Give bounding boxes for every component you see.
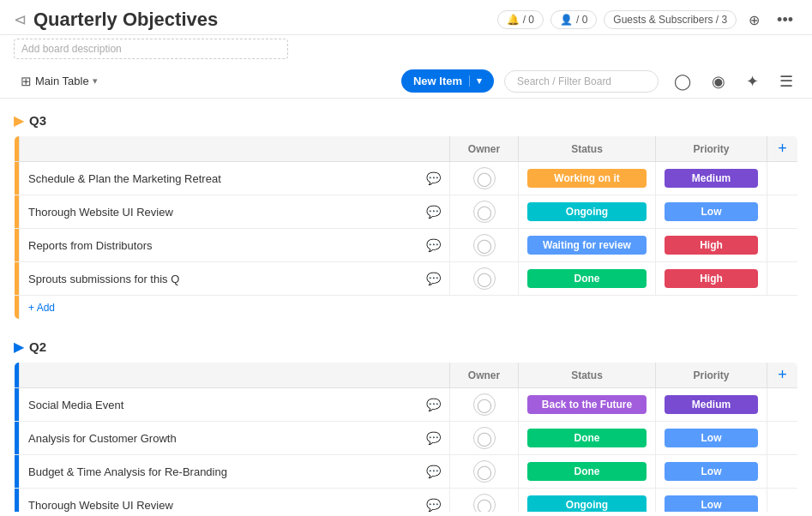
table-row: Social Media Event 💬 ◯Back to the Future… bbox=[15, 388, 798, 422]
col-header-priority: Priority bbox=[656, 363, 767, 388]
comment-icon[interactable]: 💬 bbox=[426, 465, 441, 478]
owner-cell: ◯ bbox=[450, 489, 519, 513]
comment-icon[interactable]: 💬 bbox=[426, 498, 441, 512]
priority-cell[interactable]: Medium bbox=[656, 388, 767, 422]
table-row: Reports from Distributors 💬 ◯Waiting for… bbox=[15, 229, 798, 262]
group-header-q2: ▶ Q2 bbox=[14, 335, 798, 358]
col-header-add[interactable]: + bbox=[767, 136, 798, 162]
priority-cell[interactable]: Low bbox=[656, 455, 767, 489]
priority-cell[interactable]: High bbox=[656, 262, 767, 296]
person-filter-button[interactable]: ◯ bbox=[669, 70, 696, 93]
comment-icon[interactable]: 💬 bbox=[426, 238, 441, 252]
status-cell[interactable]: Done bbox=[519, 422, 656, 455]
add-column-button[interactable]: + bbox=[778, 366, 787, 384]
priority-badge[interactable]: High bbox=[665, 269, 758, 288]
priority-cell[interactable]: Low bbox=[656, 195, 767, 229]
comment-icon[interactable]: 💬 bbox=[426, 171, 441, 185]
board-icon: ⊲ bbox=[14, 10, 27, 29]
row-extra bbox=[767, 489, 798, 513]
more-button[interactable]: ••• bbox=[772, 9, 798, 31]
share-button[interactable]: ⊕ bbox=[743, 10, 765, 30]
table-q2: OwnerStatusPriority+ Social Media Event … bbox=[14, 362, 798, 512]
add-row-button[interactable]: + Add bbox=[28, 302, 55, 314]
board-description-input[interactable] bbox=[14, 39, 288, 59]
priority-badge[interactable]: Low bbox=[665, 202, 758, 221]
task-cell: Social Media Event 💬 bbox=[20, 388, 450, 422]
row-extra bbox=[767, 388, 798, 422]
avatar[interactable]: ◯ bbox=[473, 460, 496, 483]
guests-button[interactable]: Guests & Subscribers / 3 bbox=[604, 10, 737, 29]
eye-button[interactable]: ◉ bbox=[707, 70, 731, 93]
new-item-button[interactable]: New Item ▾ bbox=[401, 69, 494, 93]
comment-icon[interactable]: 💬 bbox=[426, 398, 441, 411]
status-cell[interactable]: Waiting for review bbox=[519, 229, 656, 262]
table-selector[interactable]: ⊞ Main Table ▾ bbox=[14, 70, 105, 93]
row-extra bbox=[767, 162, 798, 195]
avatar[interactable]: ◯ bbox=[473, 427, 496, 449]
new-item-arrow-icon: ▾ bbox=[469, 75, 482, 87]
group-header-q3: ▶ Q3 bbox=[14, 109, 798, 132]
table-row: Schedule & Plan the Marketing Retreat 💬 … bbox=[15, 162, 798, 195]
priority-badge[interactable]: High bbox=[665, 236, 758, 255]
pin-button[interactable]: ✦ bbox=[741, 70, 764, 93]
avatar[interactable]: ◯ bbox=[473, 494, 496, 512]
search-input[interactable] bbox=[504, 70, 659, 93]
status-badge[interactable]: Waiting for review bbox=[527, 236, 647, 255]
status-cell[interactable]: Back to the Future bbox=[519, 388, 656, 422]
person-counter-button[interactable]: 👤 / 0 bbox=[550, 10, 597, 29]
task-name: Schedule & Plan the Marketing Retreat bbox=[28, 172, 221, 185]
top-header: ⊲ Quarterly Objectives 🔔 / 0 👤 / 0 Guest… bbox=[0, 0, 812, 35]
row-extra bbox=[767, 195, 798, 229]
table-icon: ⊞ bbox=[21, 74, 32, 89]
task-name: Analysis for Customer Growth bbox=[28, 432, 177, 445]
status-badge[interactable]: Ongoing bbox=[527, 202, 647, 221]
group-toggle-q2[interactable]: ▶ bbox=[14, 339, 24, 355]
filter-button[interactable]: ☰ bbox=[774, 70, 798, 93]
priority-badge[interactable]: Medium bbox=[665, 169, 758, 188]
group-title-q3: Q3 bbox=[29, 113, 46, 128]
status-badge[interactable]: Done bbox=[527, 462, 647, 481]
col-header-priority: Priority bbox=[656, 136, 767, 162]
priority-badge[interactable]: Low bbox=[665, 495, 758, 512]
status-badge[interactable]: Done bbox=[527, 429, 647, 447]
avatar[interactable]: ◯ bbox=[473, 167, 496, 189]
avatar[interactable]: ◯ bbox=[473, 201, 496, 223]
status-cell[interactable]: Done bbox=[519, 262, 656, 296]
person-count: / 0 bbox=[576, 14, 587, 26]
comment-icon[interactable]: 💬 bbox=[426, 272, 441, 285]
priority-badge[interactable]: Low bbox=[665, 429, 758, 447]
row-extra bbox=[767, 262, 798, 296]
comment-icon[interactable]: 💬 bbox=[426, 431, 441, 445]
header-right: 🔔 / 0 👤 / 0 Guests & Subscribers / 3 ⊕ •… bbox=[497, 9, 798, 31]
add-column-button[interactable]: + bbox=[778, 140, 787, 158]
avatar[interactable]: ◯ bbox=[473, 234, 496, 256]
priority-cell[interactable]: High bbox=[656, 229, 767, 262]
col-header-add[interactable]: + bbox=[767, 363, 798, 388]
group-toggle-q3[interactable]: ▶ bbox=[14, 112, 24, 129]
status-cell[interactable]: Done bbox=[519, 455, 656, 489]
group-q2: ▶ Q2 OwnerStatusPriority+ Social Media E… bbox=[14, 335, 798, 512]
avatar[interactable]: ◯ bbox=[473, 393, 496, 416]
status-badge[interactable]: Done bbox=[527, 269, 647, 288]
priority-badge[interactable]: Medium bbox=[665, 395, 758, 414]
priority-cell[interactable]: Medium bbox=[656, 162, 767, 195]
task-cell: Schedule & Plan the Marketing Retreat 💬 bbox=[20, 162, 450, 195]
avatar[interactable]: ◯ bbox=[473, 267, 496, 290]
task-cell: Analysis for Customer Growth 💬 bbox=[20, 422, 450, 455]
task-cell: Reports from Distributors 💬 bbox=[20, 229, 450, 262]
task-name: Thorough Website UI Review bbox=[28, 499, 173, 512]
row-extra bbox=[767, 422, 798, 455]
status-badge[interactable]: Working on it bbox=[527, 169, 647, 188]
status-badge[interactable]: Back to the Future bbox=[527, 395, 647, 414]
status-cell[interactable]: Working on it bbox=[519, 162, 656, 195]
table-label: Main Table bbox=[35, 75, 89, 87]
comment-icon[interactable]: 💬 bbox=[426, 205, 441, 219]
priority-cell[interactable]: Low bbox=[656, 489, 767, 513]
status-cell[interactable]: Ongoing bbox=[519, 195, 656, 229]
col-header-status: Status bbox=[519, 363, 656, 388]
bell-counter-button[interactable]: 🔔 / 0 bbox=[497, 10, 544, 29]
priority-cell[interactable]: Low bbox=[656, 422, 767, 455]
status-badge[interactable]: Ongoing bbox=[527, 495, 647, 512]
status-cell[interactable]: Ongoing bbox=[519, 489, 656, 513]
priority-badge[interactable]: Low bbox=[665, 462, 758, 481]
